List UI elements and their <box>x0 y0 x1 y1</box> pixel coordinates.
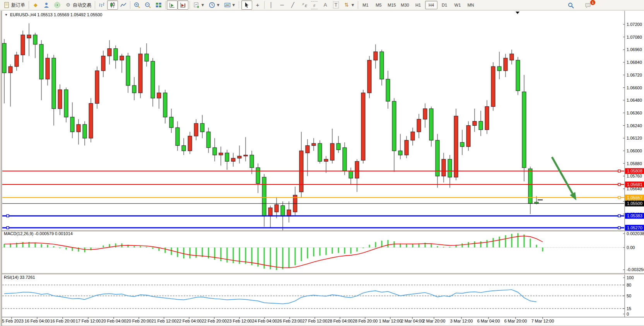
cursor-tool-button[interactable] <box>241 0 252 10</box>
candlestick-chart-icon <box>109 2 116 8</box>
person-icon <box>43 2 50 8</box>
separator <box>190 1 190 9</box>
svg-text:1.05880: 1.05880 <box>627 161 642 166</box>
clock-icon <box>209 2 215 8</box>
fibonacci-tool-button[interactable]: F <box>309 0 320 10</box>
zoom-out-icon <box>145 2 151 8</box>
timeframe-M5[interactable]: M5 <box>372 1 385 9</box>
bar-chart-icon <box>99 2 105 8</box>
svg-text:1.06240: 1.06240 <box>627 123 642 128</box>
svg-text:24 Feb 04:00: 24 Feb 04:00 <box>252 319 277 323</box>
timeframe-D1[interactable]: D1 <box>438 1 451 9</box>
separator <box>29 1 29 9</box>
signals-button[interactable] <box>52 0 63 10</box>
collapse-arrow-icon[interactable]: ▼ <box>5 13 8 17</box>
timeframe-W1[interactable]: W1 <box>451 1 464 9</box>
auto-trading-label: 自动交易 <box>73 2 91 9</box>
new-order-button[interactable]: 新订单 <box>1 0 27 10</box>
chart-title: ▼ EURUSD-,H4 1.05513 1.05569 1.05492 1.0… <box>5 12 102 17</box>
chart-canvas[interactable]: 1.072001.070801.069601.068401.067201.066… <box>0 11 644 326</box>
search-button[interactable] <box>565 1 576 10</box>
separator <box>264 1 265 9</box>
timeframe-M30[interactable]: M30 <box>399 1 411 9</box>
signal-icon <box>54 2 60 8</box>
timeframe-M15[interactable]: M15 <box>386 1 398 9</box>
accounts-button[interactable] <box>41 0 52 10</box>
svg-text:50: 50 <box>627 294 631 298</box>
new-chart-button[interactable]: ▾ <box>191 0 207 10</box>
dropdown-icon: ▾ <box>217 2 220 8</box>
svg-text:1.07080: 1.07080 <box>627 35 642 39</box>
fibonacci-icon: F <box>311 1 318 9</box>
svg-text:0.00: 0.00 <box>627 245 635 250</box>
tile-windows-icon <box>155 2 162 8</box>
dropdown-icon: ▾ <box>351 2 354 8</box>
search-icon <box>568 2 574 9</box>
svg-text:80: 80 <box>627 283 631 287</box>
window-left-edge <box>0 11 2 326</box>
bar-chart-button[interactable] <box>96 0 107 10</box>
separator <box>95 1 95 9</box>
crosshair-icon: + <box>255 2 261 8</box>
auto-scroll-button[interactable] <box>167 0 178 10</box>
svg-text:100: 100 <box>627 275 634 280</box>
channel-tool-button[interactable]: 〃E <box>298 0 309 10</box>
svg-text:3 Mar 12:00: 3 Mar 12:00 <box>450 319 473 323</box>
svg-text:22 Feb 04:00: 22 Feb 04:00 <box>177 319 202 323</box>
period-button[interactable]: ▾ <box>207 0 222 10</box>
vertical-line-icon: │ <box>268 2 274 8</box>
chart-ohlc-title: EURUSD-,H4 1.05513 1.05569 1.05492 1.055… <box>10 12 102 17</box>
svg-text:0: 0 <box>627 312 629 316</box>
candlestick-chart-button[interactable] <box>107 0 118 10</box>
text-tool-button[interactable]: A <box>320 0 331 10</box>
svg-text:16 Feb 20:00: 16 Feb 20:00 <box>50 319 75 323</box>
timeframe-H1[interactable]: H1 <box>412 1 424 9</box>
toolbar: 新订单 ◆ ⚙ 自动交易 ▾ ▾ <box>0 0 644 10</box>
channel-icon: 〃E <box>301 1 307 9</box>
text-tool-icon: A <box>322 2 328 8</box>
svg-text:1.06120: 1.06120 <box>627 136 642 140</box>
new-order-icon <box>3 2 10 8</box>
crosshair-tool-button[interactable]: + <box>252 0 263 10</box>
new-order-label: 新订单 <box>11 2 25 9</box>
trendline-icon: ╱ <box>290 2 296 8</box>
trendline-tool-button[interactable]: ╱ <box>287 0 298 10</box>
svg-text:16 Feb 04:00: 16 Feb 04:00 <box>25 319 50 323</box>
svg-text:15: 15 <box>627 306 631 311</box>
arrows-tool-button[interactable]: ⇅▾ <box>341 0 357 10</box>
svg-text:6 Mar 04:00: 6 Mar 04:00 <box>477 319 500 323</box>
timeframe-MN[interactable]: MN <box>465 1 477 9</box>
svg-text:1.06840: 1.06840 <box>627 60 642 65</box>
notifications-button[interactable]: 1 <box>583 1 593 10</box>
zoom-in-button[interactable] <box>132 0 142 10</box>
vertical-line-tool-button[interactable]: │ <box>266 0 277 10</box>
auto-trading-button[interactable]: ⚙ 自动交易 <box>63 0 94 10</box>
svg-text:1.05270: 1.05270 <box>627 225 642 230</box>
svg-text:2 Mar 20:00: 2 Mar 20:00 <box>423 319 446 323</box>
svg-text:1.07200: 1.07200 <box>627 22 642 27</box>
svg-text:1.05500: 1.05500 <box>627 201 642 206</box>
svg-text:28 Feb 04:00: 28 Feb 04:00 <box>328 319 353 323</box>
dropdown-icon: ▾ <box>201 2 204 8</box>
svg-text:1.06600: 1.06600 <box>627 85 642 90</box>
timeframe-M1[interactable]: M1 <box>359 1 372 9</box>
template-button[interactable]: ▾ <box>222 0 237 10</box>
horizontal-line-tool-button[interactable]: ─ <box>277 0 287 10</box>
label-tool-button[interactable]: T <box>331 0 341 10</box>
timeframe-H4[interactable]: H4 <box>425 1 437 9</box>
svg-text:1.06360: 1.06360 <box>627 111 642 115</box>
svg-text:1.05383: 1.05383 <box>627 213 642 218</box>
svg-text:20 Feb 04:00: 20 Feb 04:00 <box>101 319 126 323</box>
chart-shift-button[interactable] <box>178 0 188 10</box>
auto-scroll-icon <box>169 2 175 8</box>
tile-windows-button[interactable] <box>153 0 164 10</box>
template-icon <box>224 2 231 8</box>
zoom-in-icon <box>134 2 140 8</box>
svg-text:17 Feb 12:00: 17 Feb 12:00 <box>76 319 101 323</box>
timeframe-group: M1M5M15M30H1H4D1W1MN <box>359 1 477 9</box>
zoom-out-button[interactable] <box>142 0 153 10</box>
svg-text:7 Mar 12:00: 7 Mar 12:00 <box>531 319 554 323</box>
market-watch-button[interactable]: ◆ <box>30 0 41 10</box>
separator <box>165 1 166 9</box>
line-chart-button[interactable] <box>118 0 129 10</box>
